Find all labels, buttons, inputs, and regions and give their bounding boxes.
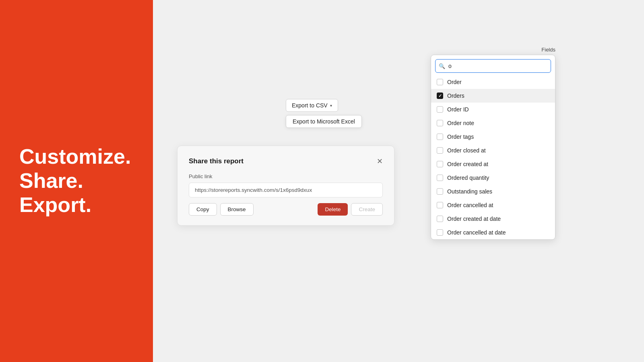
- share-actions-left: Copy Browse: [189, 203, 254, 216]
- field-checkbox: [437, 202, 443, 208]
- field-checkbox: [437, 216, 443, 222]
- field-checkbox: [437, 147, 443, 154]
- field-checkbox: [437, 175, 443, 181]
- share-modal: Share this report ✕ Public link Copy Bro…: [177, 146, 394, 226]
- field-checkbox: [437, 161, 443, 167]
- field-label: Order cancelled at date: [447, 229, 506, 236]
- fields-search-wrapper: 🔍: [431, 55, 555, 73]
- field-label: Order closed at: [447, 147, 486, 154]
- hero-line1: Customize.: [19, 145, 131, 169]
- export-csv-button[interactable]: Export to CSV ▾: [286, 99, 338, 112]
- share-actions: Copy Browse Delete Create: [189, 203, 383, 216]
- create-button: Create: [351, 203, 383, 216]
- fields-list: OrderOrdersOrder IDOrder noteOrder tagsO…: [431, 75, 555, 239]
- field-item[interactable]: Order: [431, 75, 555, 89]
- field-item[interactable]: Order closed at: [431, 144, 555, 157]
- field-checkbox: [437, 229, 443, 236]
- field-checkbox: [437, 134, 443, 140]
- field-label: Orders: [447, 93, 464, 99]
- field-label: Order ID: [447, 106, 469, 113]
- field-item[interactable]: Order created at date: [431, 212, 555, 226]
- fields-panel-label: Fields: [541, 47, 555, 55]
- hero-text: Customize. Share. Export.: [19, 145, 131, 217]
- share-modal-title: Share this report: [189, 157, 244, 165]
- field-label: Order tags: [447, 134, 474, 140]
- field-label: Order created at: [447, 161, 488, 167]
- public-link-input[interactable]: [189, 183, 383, 197]
- field-item[interactable]: Order ID: [431, 103, 555, 116]
- field-label: Order note: [447, 120, 474, 126]
- field-label: Ordered quantity: [447, 175, 489, 181]
- field-item[interactable]: Order cancelled at: [431, 198, 555, 212]
- hero-line2: Share.: [19, 169, 131, 193]
- chevron-down-icon: ▾: [330, 103, 332, 108]
- field-checkbox: [437, 120, 443, 126]
- field-item[interactable]: Order tags: [431, 130, 555, 144]
- fields-search-icon-wrap: 🔍: [435, 59, 551, 73]
- close-button[interactable]: ✕: [377, 158, 383, 165]
- field-item[interactable]: Order cancelled at date: [431, 226, 555, 239]
- hero-line3: Export.: [19, 193, 131, 217]
- browse-button[interactable]: Browse: [220, 203, 254, 216]
- field-checkbox: [437, 188, 443, 195]
- field-item[interactable]: Order note: [431, 116, 555, 130]
- field-label: Order: [447, 79, 462, 85]
- field-item[interactable]: Order created at: [431, 157, 555, 171]
- delete-button[interactable]: Delete: [318, 203, 348, 216]
- export-csv-label: Export to CSV: [292, 102, 328, 109]
- field-label: Order cancelled at: [447, 202, 493, 208]
- export-excel-button[interactable]: Export to Microsoft Excel: [286, 115, 362, 128]
- share-modal-header: Share this report ✕: [189, 157, 383, 165]
- field-item[interactable]: Orders: [431, 89, 555, 103]
- field-label: Outstanding sales: [447, 188, 492, 195]
- field-checkbox: [437, 106, 443, 113]
- search-icon: 🔍: [439, 63, 445, 69]
- share-actions-right: Delete Create: [318, 203, 383, 216]
- export-excel-label: Export to Microsoft Excel: [293, 118, 355, 125]
- right-panel: Export to CSV ▾ Export to Microsoft Exce…: [153, 0, 644, 362]
- copy-button[interactable]: Copy: [189, 203, 217, 216]
- fields-panel: 🔍 OrderOrdersOrder IDOrder noteOrder tag…: [431, 55, 555, 240]
- field-item[interactable]: Ordered quantity: [431, 171, 555, 185]
- field-checkbox: [437, 79, 443, 85]
- export-area: Export to CSV ▾ Export to Microsoft Exce…: [286, 99, 338, 112]
- left-panel: Customize. Share. Export.: [0, 0, 153, 362]
- field-label: Order created at date: [447, 216, 501, 222]
- field-checkbox: [437, 93, 443, 99]
- fields-search-input[interactable]: [435, 59, 551, 73]
- field-item[interactable]: Outstanding sales: [431, 185, 555, 198]
- public-link-label: Public link: [189, 173, 383, 179]
